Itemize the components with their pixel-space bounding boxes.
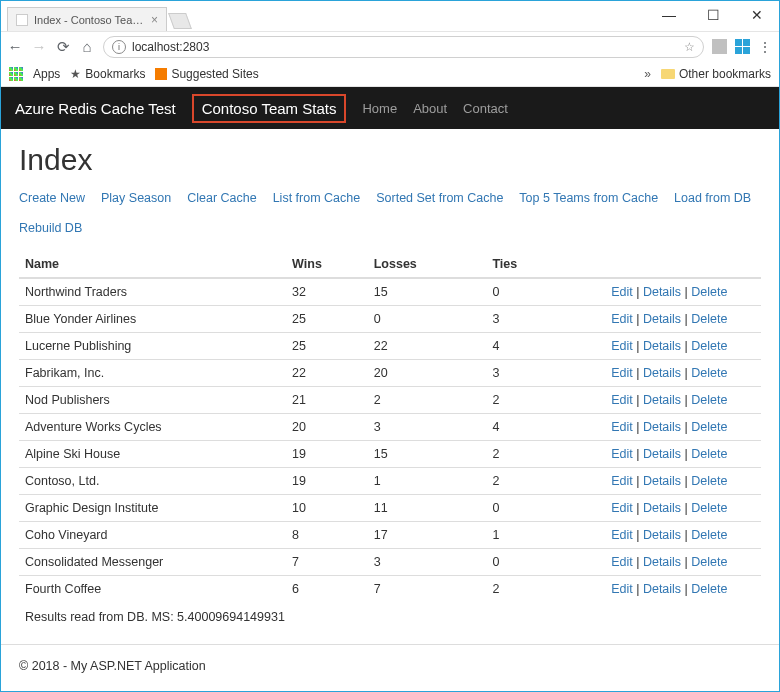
row-action-details[interactable]: Details [643, 420, 681, 434]
row-action-delete[interactable]: Delete [691, 474, 727, 488]
cell-actions: Edit | Details | Delete [605, 495, 761, 522]
row-action-delete[interactable]: Delete [691, 555, 727, 569]
back-icon[interactable]: ← [7, 38, 23, 55]
new-tab-button[interactable] [168, 13, 192, 29]
row-action-delete[interactable]: Delete [691, 528, 727, 542]
row-action-edit[interactable]: Edit [611, 285, 633, 299]
row-action-details[interactable]: Details [643, 393, 681, 407]
nav-about[interactable]: About [413, 101, 447, 116]
app-navbar: Azure Redis Cache Test Contoso Team Stat… [1, 87, 779, 129]
browser-tab[interactable]: Index - Contoso Team St × [7, 7, 167, 31]
nav-home[interactable]: Home [362, 101, 397, 116]
minimize-button[interactable]: — [647, 1, 691, 29]
extension-icon[interactable] [712, 39, 727, 54]
table-row: Nod Publishers2122Edit | Details | Delet… [19, 387, 761, 414]
close-tab-icon[interactable]: × [151, 13, 158, 27]
row-action-details[interactable]: Details [643, 285, 681, 299]
menu-icon[interactable]: ⋮ [758, 39, 773, 55]
cell-wins: 21 [286, 387, 368, 414]
action-load-from-db[interactable]: Load from DB [674, 191, 751, 205]
cell-ties: 2 [486, 441, 605, 468]
reload-icon[interactable]: ⟳ [55, 38, 71, 56]
row-action-details[interactable]: Details [643, 474, 681, 488]
action-sorted-set-from-cache[interactable]: Sorted Set from Cache [376, 191, 503, 205]
cell-actions: Edit | Details | Delete [605, 414, 761, 441]
bookmark-star-icon[interactable]: ☆ [684, 40, 695, 54]
row-action-edit[interactable]: Edit [611, 528, 633, 542]
action-top-5-teams-from-cache[interactable]: Top 5 Teams from Cache [519, 191, 658, 205]
row-action-edit[interactable]: Edit [611, 501, 633, 515]
table-row: Northwind Traders32150Edit | Details | D… [19, 278, 761, 306]
row-action-details[interactable]: Details [643, 528, 681, 542]
row-action-details[interactable]: Details [643, 501, 681, 515]
row-action-details[interactable]: Details [643, 366, 681, 380]
site-info-icon[interactable]: i [112, 40, 126, 54]
row-action-delete[interactable]: Delete [691, 366, 727, 380]
row-action-delete[interactable]: Delete [691, 420, 727, 434]
row-action-details[interactable]: Details [643, 339, 681, 353]
action-play-season[interactable]: Play Season [101, 191, 171, 205]
action-rebuild-db[interactable]: Rebuild DB [19, 221, 82, 235]
table-row: Alpine Ski House19152Edit | Details | De… [19, 441, 761, 468]
action-clear-cache[interactable]: Clear Cache [187, 191, 256, 205]
row-action-delete[interactable]: Delete [691, 447, 727, 461]
bookmarks-link[interactable]: ★Bookmarks [70, 67, 145, 81]
row-action-edit[interactable]: Edit [611, 555, 633, 569]
row-action-edit[interactable]: Edit [611, 366, 633, 380]
action-create-new[interactable]: Create New [19, 191, 85, 205]
folder-icon [661, 69, 675, 79]
action-list-from-cache[interactable]: List from Cache [273, 191, 361, 205]
row-action-details[interactable]: Details [643, 582, 681, 596]
cell-losses: 2 [368, 387, 487, 414]
close-window-button[interactable]: ✕ [735, 1, 779, 29]
row-action-delete[interactable]: Delete [691, 312, 727, 326]
cell-ties: 4 [486, 414, 605, 441]
navbar-brand[interactable]: Azure Redis Cache Test [15, 100, 176, 117]
cell-name: Adventure Works Cycles [19, 414, 286, 441]
window-controls: — ☐ ✕ [647, 1, 779, 29]
row-action-delete[interactable]: Delete [691, 582, 727, 596]
address-bar[interactable]: i localhost:2803 ☆ [103, 36, 704, 58]
row-action-delete[interactable]: Delete [691, 285, 727, 299]
row-action-delete[interactable]: Delete [691, 339, 727, 353]
cell-wins: 19 [286, 468, 368, 495]
cell-ties: 3 [486, 360, 605, 387]
suggested-sites-link[interactable]: Suggested Sites [155, 67, 258, 81]
cell-ties: 1 [486, 522, 605, 549]
col-name: Name [19, 251, 286, 278]
cell-losses: 22 [368, 333, 487, 360]
windows-extension-icon[interactable] [735, 39, 750, 54]
row-action-edit[interactable]: Edit [611, 339, 633, 353]
cell-actions: Edit | Details | Delete [605, 549, 761, 576]
row-action-delete[interactable]: Delete [691, 393, 727, 407]
cell-name: Fourth Coffee [19, 576, 286, 603]
nav-contact[interactable]: Contact [463, 101, 508, 116]
cell-ties: 2 [486, 468, 605, 495]
home-icon[interactable]: ⌂ [79, 38, 95, 55]
apps-link[interactable]: Apps [33, 67, 60, 81]
maximize-button[interactable]: ☐ [691, 1, 735, 29]
table-row: Consolidated Messenger730Edit | Details … [19, 549, 761, 576]
row-action-delete[interactable]: Delete [691, 501, 727, 515]
apps-icon[interactable] [9, 67, 23, 81]
other-bookmarks-link[interactable]: Other bookmarks [661, 67, 771, 81]
row-action-details[interactable]: Details [643, 555, 681, 569]
navbar-highlight[interactable]: Contoso Team Stats [192, 94, 347, 123]
cell-wins: 32 [286, 278, 368, 306]
cell-name: Consolidated Messenger [19, 549, 286, 576]
table-row: Fabrikam, Inc.22203Edit | Details | Dele… [19, 360, 761, 387]
page-content: Index Create NewPlay SeasonClear CacheLi… [1, 129, 779, 632]
row-action-edit[interactable]: Edit [611, 393, 633, 407]
overflow-chevron-icon[interactable]: » [644, 67, 651, 81]
row-action-edit[interactable]: Edit [611, 582, 633, 596]
row-action-details[interactable]: Details [643, 312, 681, 326]
row-action-edit[interactable]: Edit [611, 312, 633, 326]
cell-actions: Edit | Details | Delete [605, 576, 761, 603]
row-action-edit[interactable]: Edit [611, 447, 633, 461]
cell-name: Blue Yonder Airlines [19, 306, 286, 333]
cell-wins: 7 [286, 549, 368, 576]
forward-icon: → [31, 38, 47, 55]
row-action-edit[interactable]: Edit [611, 420, 633, 434]
row-action-details[interactable]: Details [643, 447, 681, 461]
row-action-edit[interactable]: Edit [611, 474, 633, 488]
